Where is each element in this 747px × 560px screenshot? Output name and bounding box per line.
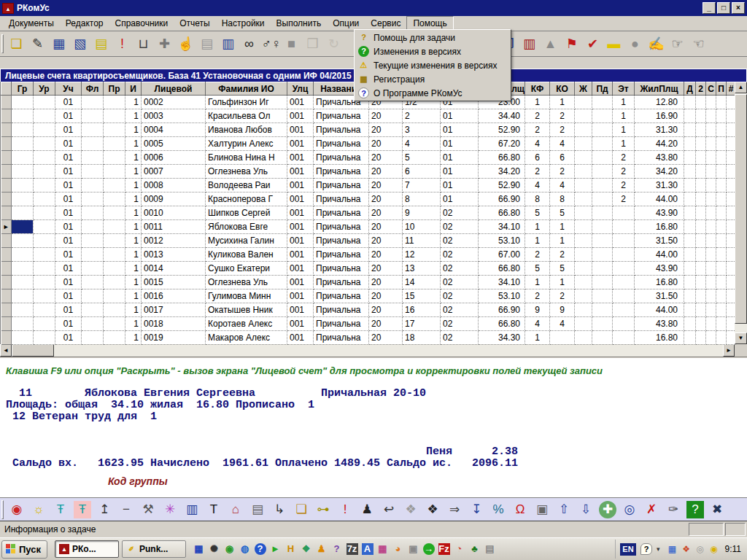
cell-fio[interactable]: Володеева Раи xyxy=(206,179,287,192)
cell-kf[interactable]: 2 xyxy=(525,289,550,303)
cell-fio[interactable]: Коротаев Алекс xyxy=(206,317,287,331)
cell-et[interactable] xyxy=(613,276,635,289)
cell-zh[interactable] xyxy=(575,179,592,192)
cell-pd[interactable] xyxy=(592,179,613,192)
cell-kf[interactable]: 5 xyxy=(525,206,550,220)
cell-code[interactable]: 01 xyxy=(441,165,479,179)
cell-zh[interactable] xyxy=(575,137,592,151)
cell-p[interactable] xyxy=(716,206,727,220)
cell-street[interactable]: Причальна xyxy=(314,137,369,151)
cell-d[interactable] xyxy=(684,206,696,220)
persons-button[interactable]: ♂♀ xyxy=(260,34,281,54)
col-pr[interactable]: Пр xyxy=(104,82,125,96)
cell-fl[interactable] xyxy=(82,289,104,303)
cell-street[interactable]: Причальна xyxy=(314,303,369,317)
cell-ko[interactable]: 2 xyxy=(550,165,575,179)
cell-kf[interactable]: 1 xyxy=(525,96,550,109)
faucet-active-button[interactable]: Ŧ xyxy=(71,499,93,520)
ql-globe[interactable]: ◍ xyxy=(238,542,252,556)
cell-ko[interactable]: 2 xyxy=(550,109,575,123)
cell-zhilplsch[interactable]: 34.20 xyxy=(635,165,684,179)
cell-d[interactable] xyxy=(684,262,696,276)
cell-kf[interactable]: 2 xyxy=(525,123,550,137)
cell-et[interactable] xyxy=(613,220,635,234)
cell-street[interactable]: Причальна xyxy=(314,262,369,276)
cell-house[interactable]: 20 xyxy=(369,109,403,123)
cell-p[interactable] xyxy=(716,317,727,331)
cell-ulc[interactable]: 001 xyxy=(287,262,314,276)
cell-zh[interactable] xyxy=(575,165,592,179)
menu-current-version-changes[interactable]: ⚠ Текущие изменения в версиях xyxy=(355,58,510,72)
row-selector[interactable] xyxy=(1,206,12,220)
cell-p[interactable] xyxy=(716,137,727,151)
point-right-button[interactable]: ☞ xyxy=(667,34,688,54)
cell-et[interactable]: 1 xyxy=(613,96,635,109)
cell-uch[interactable]: 01 xyxy=(55,192,82,206)
cell-kf[interactable]: 9 xyxy=(525,303,550,317)
cell-s[interactable] xyxy=(706,109,716,123)
cell-ur[interactable] xyxy=(34,192,55,206)
cell-kf[interactable]: 1 xyxy=(525,220,550,234)
cell-s[interactable] xyxy=(706,331,716,345)
cell-fio[interactable]: Гулимова Минн xyxy=(206,289,287,303)
cell-fio[interactable]: Красноперова Г xyxy=(206,192,287,206)
cell-pd[interactable] xyxy=(592,317,613,331)
cell-gr[interactable] xyxy=(12,262,34,276)
cell-ur[interactable] xyxy=(34,276,55,289)
cell-p[interactable] xyxy=(716,220,727,234)
cell-kf[interactable]: 1 xyxy=(525,276,550,289)
ql-grid[interactable]: ▦ xyxy=(192,542,206,556)
cell-street[interactable]: Причальна xyxy=(314,276,369,289)
menu-run[interactable]: Выполнить xyxy=(271,17,328,30)
cell-area[interactable]: 34.10 xyxy=(479,220,525,234)
scroll-up-button[interactable]: ▲ xyxy=(735,82,747,93)
cell-fl[interactable] xyxy=(82,331,104,345)
ql-letter-a[interactable]: A xyxy=(360,542,374,556)
scroll-right-button[interactable]: ► xyxy=(723,344,735,357)
cell-uch[interactable]: 01 xyxy=(55,248,82,262)
cell-street[interactable]: Причальна xyxy=(314,109,369,123)
printer-button[interactable]: ▣ xyxy=(531,499,553,520)
ql-sphere[interactable]: ◉ xyxy=(222,542,236,556)
cell-kf[interactable]: 4 xyxy=(525,179,550,192)
row-selector[interactable] xyxy=(1,262,12,276)
cell-p[interactable] xyxy=(716,262,727,276)
cell-2[interactable] xyxy=(696,192,706,206)
cell-zhilplsch[interactable]: 31.30 xyxy=(635,179,684,192)
cell-code[interactable]: 02 xyxy=(441,289,479,303)
memo-button[interactable]: ▤ xyxy=(90,34,112,54)
cell-d[interactable] xyxy=(684,137,696,151)
omega-button[interactable]: Ω xyxy=(509,499,531,520)
cell-ko[interactable]: 8 xyxy=(550,192,575,206)
cell-2[interactable] xyxy=(696,206,706,220)
cell-ulc[interactable]: 001 xyxy=(287,276,314,289)
cell-uch[interactable]: 01 xyxy=(55,289,82,303)
cell-gr[interactable] xyxy=(12,317,34,331)
row-selector[interactable] xyxy=(1,109,12,123)
cell-pr[interactable] xyxy=(104,123,125,137)
cell-zhilplsch[interactable]: 16.80 xyxy=(635,220,684,234)
cell-fl[interactable] xyxy=(82,123,104,137)
cell-ulc[interactable]: 001 xyxy=(287,206,314,220)
cell-account[interactable]: 0016 xyxy=(142,289,206,303)
cell-street[interactable]: Причальна xyxy=(314,165,369,179)
horizontal-scroll-track[interactable] xyxy=(54,344,723,357)
col-kf[interactable]: КФ xyxy=(525,82,550,96)
cell-area[interactable]: 66.80 xyxy=(479,206,525,220)
house-button[interactable]: ⌂ xyxy=(225,499,247,520)
cell-ulc[interactable]: 001 xyxy=(287,331,314,345)
cell-zhilplsch[interactable]: 44.00 xyxy=(635,248,684,262)
cell-code[interactable]: 01 xyxy=(441,123,479,137)
col-et[interactable]: Эт xyxy=(613,82,635,96)
cell-account[interactable]: 0015 xyxy=(142,276,206,289)
cell-account[interactable]: 0007 xyxy=(142,165,206,179)
cell-pd[interactable] xyxy=(592,109,613,123)
cell-pr[interactable] xyxy=(104,234,125,248)
cell-house[interactable]: 20 xyxy=(369,137,403,151)
menu-reports[interactable]: Отчеты xyxy=(174,17,215,30)
cell-fio[interactable]: Гольфинзон Иг xyxy=(206,96,287,109)
col-account[interactable]: Лицевой xyxy=(142,82,206,96)
cell-fl[interactable] xyxy=(82,109,104,123)
cell-d[interactable] xyxy=(684,289,696,303)
menu-settings[interactable]: Настройки xyxy=(216,17,271,30)
